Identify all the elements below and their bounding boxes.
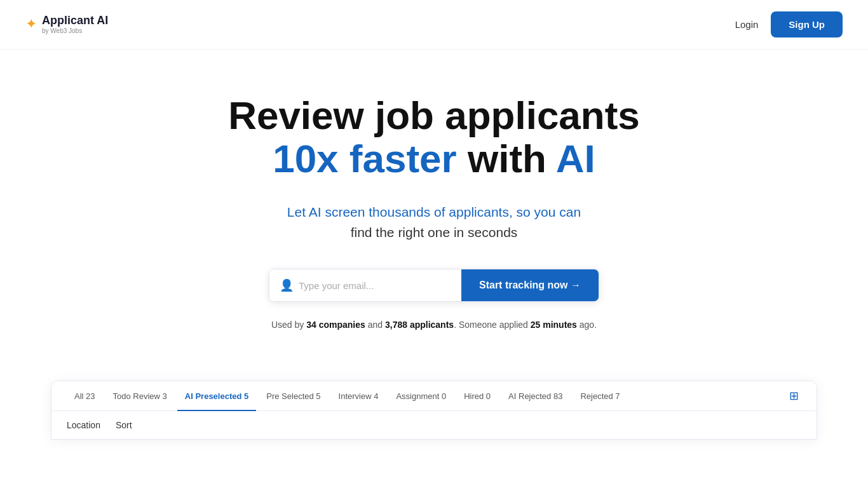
social-proof-time: 25 minutes — [531, 320, 577, 330]
tab-item-1[interactable]: Todo Review 3 — [105, 381, 175, 411]
hero-title-faster: 10x faster — [273, 137, 457, 180]
social-proof: Used by 34 companies and 3,788 applicant… — [271, 320, 597, 330]
table-toolbar: Location Sort — [51, 411, 817, 439]
hero-subtitle-line2: find the right one in seconds — [351, 225, 518, 240]
tabs-bar: All 23Todo Review 3AI Preselected 5Pre S… — [51, 381, 817, 411]
social-proof-prefix: Used by — [271, 320, 306, 330]
social-proof-applicants: 3,788 applicants — [385, 320, 454, 330]
tab-item-3[interactable]: Pre Selected 5 — [259, 381, 328, 411]
signup-button[interactable]: Sign Up — [771, 11, 843, 37]
header-nav: Login Sign Up — [735, 11, 843, 37]
location-label: Location — [67, 420, 100, 430]
social-proof-suffix2: ago. — [577, 320, 597, 330]
logo-icon: ✦ — [25, 16, 37, 32]
email-icon: 👤 — [280, 278, 294, 292]
login-link[interactable]: Login — [735, 19, 759, 30]
logo-area: ✦ Applicant AI by Web3 Jobs — [25, 15, 108, 34]
tab-item-7[interactable]: AI Rejected 83 — [501, 381, 570, 411]
email-cta: 👤 Start tracking now → — [269, 269, 599, 302]
tab-item-6[interactable]: Hired 0 — [456, 381, 498, 411]
hero-title-ai: AI — [556, 137, 595, 180]
tab-item-2[interactable]: AI Preselected 5 — [177, 381, 256, 411]
hero-subtitle-line1: Let AI screen thousands of applicants, s… — [287, 205, 581, 219]
table-preview: All 23Todo Review 3AI Preselected 5Pre S… — [51, 381, 817, 440]
logo-text-group: Applicant AI by Web3 Jobs — [42, 15, 108, 34]
logo-subtitle: by Web3 Jobs — [42, 27, 108, 34]
hero-title: Review job applicants 10x faster with AI — [228, 94, 640, 180]
logo-title: Applicant AI — [42, 15, 108, 27]
social-proof-suffix: . Someone applied — [454, 320, 531, 330]
hero-subtitle: Let AI screen thousands of applicants, s… — [287, 202, 581, 242]
email-input[interactable] — [299, 270, 451, 301]
grid-icon[interactable]: ⊞ — [787, 386, 801, 405]
tab-item-5[interactable]: Assignment 0 — [388, 381, 454, 411]
social-proof-middle: and — [365, 320, 385, 330]
sort-label: Sort — [116, 420, 132, 430]
tab-item-8[interactable]: Rejected 7 — [573, 381, 627, 411]
header: ✦ Applicant AI by Web3 Jobs Login Sign U… — [0, 0, 868, 50]
social-proof-companies: 34 companies — [306, 320, 365, 330]
tab-item-0[interactable]: All 23 — [67, 381, 103, 411]
hero-section: Review job applicants 10x faster with AI… — [0, 50, 868, 362]
tab-item-4[interactable]: Interview 4 — [331, 381, 386, 411]
hero-title-line1: Review job applicants — [228, 93, 640, 137]
cta-button[interactable]: Start tracking now → — [461, 269, 599, 301]
email-input-wrapper: 👤 — [269, 269, 461, 301]
hero-title-with: with — [457, 137, 556, 180]
